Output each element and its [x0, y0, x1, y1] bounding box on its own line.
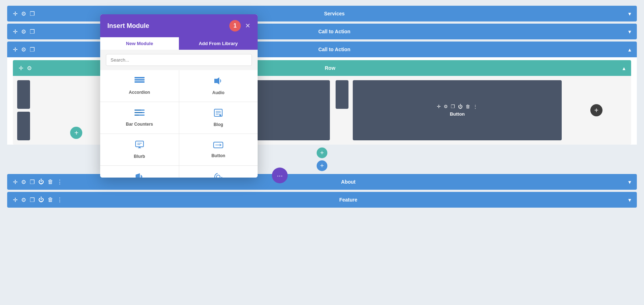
section-bar-feature[interactable]: ✛ ⚙ ❐ ⏻ 🗑 ⋮ Feature ▾: [7, 192, 637, 208]
add-icon[interactable]: ✛: [13, 10, 18, 17]
chevron-icon-services: ▾: [628, 10, 631, 17]
bar-counters-label: Bar Counters: [126, 122, 153, 127]
settings-icon[interactable]: ⚙: [21, 197, 26, 203]
accordion-label: Accordion: [129, 90, 150, 95]
blurb-icon: [135, 140, 144, 151]
clone-icon[interactable]: ❐: [451, 104, 455, 109]
add-icon[interactable]: ✛: [19, 65, 23, 72]
power-icon[interactable]: ⏻: [38, 197, 44, 203]
trash-icon[interactable]: 🗑: [465, 104, 470, 109]
audio-label: Audio: [212, 90, 224, 95]
section-toolbar-cta2: ✛ ⚙ ❐: [13, 46, 35, 53]
clone-icon[interactable]: ❐: [30, 179, 35, 185]
chevron-icon-about: ▾: [628, 179, 631, 185]
add-icon[interactable]: ✛: [13, 28, 18, 35]
clone-icon[interactable]: ❐: [30, 10, 35, 17]
col-placeholder-right: [336, 80, 348, 109]
accordion-icon: [135, 77, 145, 87]
trash-icon[interactable]: 🗑: [48, 197, 53, 203]
row-toolbar: ✛ ⚙: [19, 65, 32, 72]
svg-rect-9: [135, 115, 139, 116]
modal-close-button[interactable]: ✕: [245, 22, 250, 30]
svg-rect-1: [135, 79, 145, 81]
settings-icon[interactable]: ⚙: [21, 179, 26, 185]
add-module-button-left[interactable]: +: [70, 127, 82, 139]
chevron-icon-feature: ▾: [628, 197, 631, 203]
module-item-accordion[interactable]: Accordion: [100, 70, 179, 102]
tab-new-module[interactable]: New Module: [100, 37, 179, 50]
add-icon[interactable]: ✛: [13, 197, 18, 203]
chevron-icon-row: ▴: [623, 65, 625, 72]
button-module-toolbar: ✛ ⚙ ❐ ⏻ 🗑 ⋮: [437, 104, 478, 109]
module-item-bar-counters[interactable]: Bar Counters: [100, 102, 179, 134]
trash-icon[interactable]: 🗑: [48, 179, 53, 185]
chevron-icon-cta2: ▴: [628, 46, 631, 53]
settings-icon[interactable]: ⚙: [21, 10, 26, 17]
blog-label: Blog: [214, 122, 223, 127]
button-module[interactable]: ✛ ⚙ ❐ ⏻ 🗑 ⋮ Button: [353, 80, 561, 140]
module-item-blog[interactable]: Blog: [179, 102, 258, 134]
blurb-label: Blurb: [134, 154, 145, 159]
add-row-button-top[interactable]: +: [317, 147, 327, 158]
settings-icon[interactable]: ⚙: [21, 28, 26, 35]
add-module-button-right[interactable]: +: [590, 104, 602, 116]
floating-dots-button[interactable]: ···: [272, 168, 288, 183]
svg-rect-7: [135, 112, 142, 113]
svg-rect-14: [136, 141, 143, 147]
section-title-about: About: [68, 179, 628, 185]
modal-title: Insert Module: [107, 22, 225, 30]
search-input[interactable]: [106, 54, 252, 66]
module-item-button[interactable]: Button: [179, 134, 258, 165]
svg-rect-0: [135, 77, 145, 78]
clone-icon[interactable]: ❐: [30, 197, 35, 203]
button-icon: [213, 141, 223, 150]
modal-header: Insert Module 1 ✕: [100, 14, 258, 37]
add-icon[interactable]: ✛: [13, 46, 18, 53]
module-item-circle-counter[interactable]: Circle Counter: [179, 166, 258, 178]
power-icon[interactable]: ⏻: [458, 104, 463, 109]
button-label: Button: [211, 153, 225, 158]
svg-rect-2: [135, 81, 145, 83]
add-icon[interactable]: ✛: [13, 179, 18, 185]
blog-icon: [214, 108, 223, 119]
module-item-call-to-action[interactable]: Call To Action: [100, 166, 179, 178]
module-item-audio[interactable]: Audio: [179, 70, 258, 102]
circle-counter-icon: [214, 172, 223, 178]
more-icon[interactable]: ⋮: [473, 104, 478, 109]
bar-counters-icon: [135, 109, 145, 119]
col-placeholder-left2: [17, 112, 30, 140]
modal-tabs: New Module Add From Library: [100, 37, 258, 50]
settings-icon[interactable]: ⚙: [444, 104, 448, 109]
plus-icon: +: [594, 106, 599, 115]
call-to-action-icon: [135, 173, 144, 178]
svg-rect-5: [135, 110, 141, 111]
insert-module-modal: Insert Module 1 ✕ New Module Add From Li…: [100, 14, 258, 178]
power-icon[interactable]: ⏻: [38, 179, 44, 185]
audio-icon: [214, 77, 223, 87]
settings-icon[interactable]: ⚙: [21, 46, 26, 53]
plus-icon: +: [74, 129, 79, 137]
section-toolbar-about: ✛ ⚙ ❐ ⏻ 🗑 ⋮: [13, 179, 63, 185]
more-icon[interactable]: ⋮: [57, 179, 63, 185]
module-grid: Accordion Audio: [100, 70, 258, 178]
section-toolbar-feature: ✛ ⚙ ❐ ⏻ 🗑 ⋮: [13, 197, 63, 203]
settings-icon[interactable]: ⚙: [27, 65, 32, 72]
modal-badge: 1: [229, 20, 241, 32]
section-title-feature: Feature: [68, 197, 628, 203]
module-item-blurb[interactable]: Blurb: [100, 134, 179, 165]
svg-point-20: [216, 175, 220, 178]
modal-search-area: [100, 50, 258, 70]
move-icon[interactable]: ✛: [437, 104, 441, 109]
section-toolbar-cta1: ✛ ⚙ ❐: [13, 28, 35, 35]
section-toolbar-services: ✛ ⚙ ❐: [13, 10, 35, 17]
svg-marker-3: [214, 77, 219, 84]
tab-add-from-library[interactable]: Add From Library: [179, 37, 258, 50]
add-row-button-bottom[interactable]: +: [317, 160, 327, 171]
more-icon[interactable]: ⋮: [57, 197, 63, 203]
button-module-label: Button: [450, 111, 465, 117]
chevron-icon-cta1: ▾: [628, 28, 631, 35]
clone-icon[interactable]: ❐: [30, 28, 35, 35]
clone-icon[interactable]: ❐: [30, 46, 35, 53]
col-placeholder-left: [17, 80, 30, 109]
